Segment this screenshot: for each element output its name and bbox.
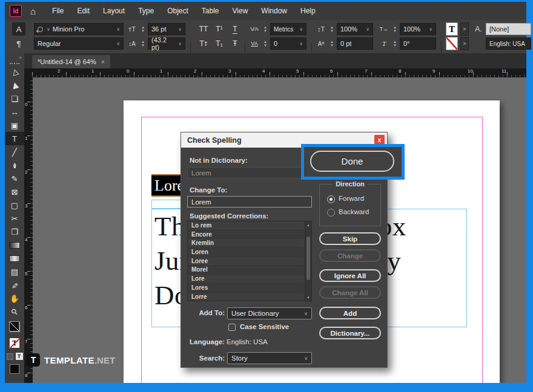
- suggestion-item[interactable]: Loree: [188, 257, 311, 266]
- suggestions-scrollbar[interactable]: ▴ ▾: [305, 221, 311, 301]
- direct-selection-tool[interactable]: ▶: [5, 79, 24, 92]
- selection-tool[interactable]: ▷: [5, 65, 24, 79]
- horizontal-scale-stepper[interactable]: ▴▾: [391, 23, 399, 35]
- screen-mode-button[interactable]: [5, 362, 24, 376]
- suggestion-item[interactable]: Lore: [188, 275, 311, 284]
- add-button[interactable]: Add: [319, 307, 381, 319]
- menu-item-view[interactable]: View: [226, 2, 255, 20]
- underline-button[interactable]: T: [228, 23, 242, 35]
- subscript-button[interactable]: T₁: [212, 38, 227, 50]
- chevron-down-icon[interactable]: ∨: [114, 27, 120, 32]
- kerning-stepper[interactable]: ▴▾: [262, 23, 269, 35]
- font-size-stepper[interactable]: ▴▾: [139, 23, 147, 35]
- formatting-affects-text-swatch[interactable]: T: [5, 335, 24, 351]
- panel-drag-handle[interactable]: [5, 61, 24, 65]
- suggestion-item[interactable]: Lorre: [188, 293, 311, 302]
- suggestion-item[interactable]: Encore: [188, 230, 311, 240]
- font-style-combo[interactable]: Regular ∨: [34, 38, 124, 50]
- search-dropdown[interactable]: Story ∨: [227, 352, 312, 364]
- character-style-combo[interactable]: [None]: [486, 23, 531, 35]
- kerning-field[interactable]: Metrics ∨: [270, 23, 306, 35]
- scroll-down-icon[interactable]: ▾: [305, 294, 311, 301]
- page-tool[interactable]: ❏: [5, 92, 24, 105]
- vertical-scale-field[interactable]: 100% ∨: [337, 23, 373, 35]
- vertical-scale-stepper[interactable]: ▴▾: [328, 23, 336, 35]
- tracking-stepper[interactable]: ▴▾: [262, 38, 269, 50]
- menu-item-file[interactable]: File: [45, 2, 70, 20]
- menu-item-layout[interactable]: Layout: [96, 2, 131, 20]
- rectangle-tool[interactable]: ▢: [5, 198, 24, 212]
- chevron-down-icon[interactable]: ∨: [426, 27, 432, 32]
- done-button[interactable]: Done: [310, 151, 394, 172]
- strikethrough-button[interactable]: Ŧ: [228, 38, 242, 50]
- type-tool[interactable]: T: [5, 132, 24, 145]
- stroke-flyout-button[interactable]: >: [460, 37, 469, 50]
- font-family-combo[interactable]: ∨ Minion Pro ∨: [34, 23, 124, 35]
- suggestion-item[interactable]: Loren: [188, 248, 311, 257]
- chevron-down-icon[interactable]: ∨: [176, 41, 182, 47]
- menu-item-help[interactable]: Help: [294, 2, 322, 20]
- note-tool[interactable]: ▤: [5, 265, 24, 278]
- pen-tool[interactable]: ✒: [5, 158, 24, 172]
- suggestion-item[interactable]: Kremlin: [188, 239, 311, 248]
- skew-field[interactable]: 0°: [400, 38, 436, 50]
- hand-tool[interactable]: ✋: [5, 292, 24, 305]
- stroke-none-swatch[interactable]: [446, 37, 458, 50]
- fill-flyout-button[interactable]: >: [460, 22, 469, 36]
- suggestion-item[interactable]: Lo rem: [188, 221, 311, 230]
- tracking-field[interactable]: 0 ∨: [270, 38, 306, 50]
- character-formatting-button[interactable]: A: [12, 22, 25, 36]
- menu-item-edit[interactable]: Edit: [70, 2, 96, 20]
- suggestion-item[interactable]: Lores: [188, 284, 311, 293]
- all-caps-button[interactable]: TT: [196, 23, 211, 35]
- scroll-up-icon[interactable]: ▴: [305, 221, 311, 228]
- gap-tool[interactable]: ↔: [5, 105, 24, 119]
- close-tab-icon[interactable]: ×: [101, 59, 105, 65]
- menu-item-table[interactable]: Table: [195, 2, 226, 20]
- baseline-shift-field[interactable]: 0 pt: [337, 38, 373, 50]
- line-tool[interactable]: ╱: [5, 145, 24, 158]
- skip-button[interactable]: Skip: [319, 232, 381, 245]
- backward-radio[interactable]: [327, 209, 335, 217]
- indesign-logo-icon[interactable]: Id: [10, 5, 22, 17]
- eyedropper-tool[interactable]: ✐: [5, 278, 24, 292]
- formatting-mini-row[interactable]: T: [5, 351, 24, 362]
- menu-item-type[interactable]: Type: [131, 2, 161, 20]
- menu-item-object[interactable]: Object: [161, 2, 195, 20]
- chevron-down-icon[interactable]: ∨: [114, 41, 120, 47]
- small-caps-button[interactable]: Tᴛ: [196, 38, 211, 50]
- skew-stepper[interactable]: ▴▾: [391, 38, 399, 50]
- baseline-shift-stepper[interactable]: ▴▾: [328, 38, 336, 50]
- horizontal-scale-field[interactable]: 100% ∨: [400, 23, 436, 35]
- pencil-tool[interactable]: ✎: [5, 172, 24, 185]
- horizontal-ruler[interactable]: 2101234567891011: [24, 68, 526, 77]
- menu-item-window[interactable]: Window: [254, 2, 294, 20]
- document-tab[interactable]: *Untitled-14 @ 64% ×: [32, 55, 110, 68]
- forward-radio[interactable]: [327, 195, 335, 203]
- content-collector-tool[interactable]: ▣: [5, 119, 24, 132]
- gradient-swatch-tool[interactable]: [5, 238, 24, 252]
- ignore-all-button[interactable]: Ignore All: [319, 269, 381, 282]
- frame-tool[interactable]: ⊠: [5, 185, 24, 198]
- suggestion-item[interactable]: Morel: [188, 266, 311, 275]
- fill-color-swatch[interactable]: T: [446, 22, 458, 36]
- vertical-ruler[interactable]: 012345678: [24, 77, 33, 383]
- suggestions-list[interactable]: Lo remEncoreKremlinLorenLoreeMorelLoreLo…: [187, 221, 312, 301]
- leading-field[interactable]: (43.2 pt) ∨: [148, 38, 185, 50]
- case-sensitive-checkbox[interactable]: [228, 324, 236, 331]
- language-combo[interactable]: English: USA: [486, 38, 531, 50]
- free-transform-tool[interactable]: ❐: [5, 225, 24, 238]
- chevron-down-icon[interactable]: ∨: [176, 27, 182, 32]
- leading-stepper[interactable]: ▴▾: [139, 38, 147, 50]
- fill-stroke-swatches[interactable]: [5, 318, 24, 335]
- zoom-tool[interactable]: ⚲: [5, 305, 24, 318]
- scissors-tool[interactable]: ✂: [5, 212, 24, 225]
- home-icon[interactable]: ⌂: [30, 6, 36, 16]
- chevron-down-icon[interactable]: ∨: [363, 27, 369, 32]
- panel-collapse-icon[interactable]: »: [5, 53, 24, 61]
- superscript-button[interactable]: T¹: [212, 23, 227, 35]
- dictionary-button[interactable]: Dictionary...: [319, 327, 381, 339]
- chevron-down-icon[interactable]: ∨: [297, 27, 303, 32]
- gradient-feather-tool[interactable]: [5, 252, 24, 265]
- font-size-field[interactable]: 36 pt ∨: [148, 23, 185, 35]
